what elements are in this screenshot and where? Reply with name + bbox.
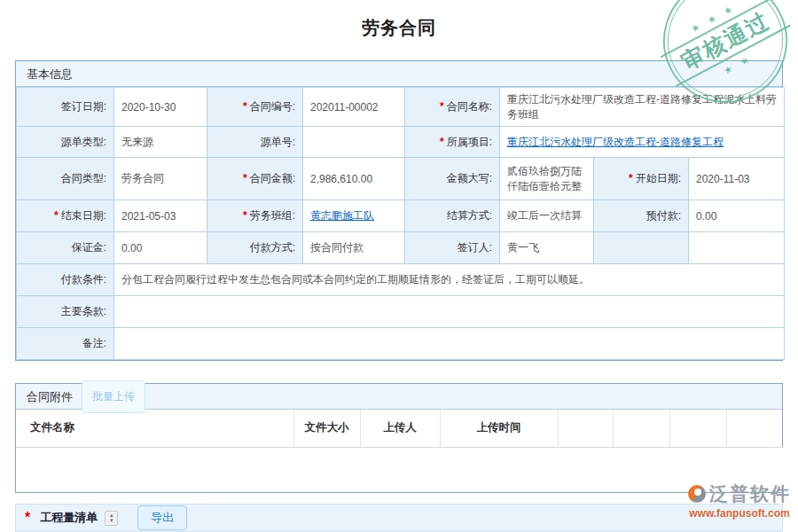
field-labor-team-label: *劳务班组: [207,200,303,232]
basic-info-section-title: 基本信息 [27,61,73,87]
boq-section-bar: * 工程量清单 ▲ ▼ 导出 [15,504,783,532]
field-remark-value [114,328,785,360]
col-empty [726,410,784,447]
field-payment-terms-value: 分包工程合同履行过程中发生总包合同或本合同约定的工期顺延情形的，经签证后，工期可… [114,264,785,296]
boq-section-title: 工程量清单 [40,510,98,526]
field-end-date-label: *结束日期: [17,200,114,232]
field-contract-no-value: 202011-00002 [303,88,405,127]
project-link[interactable]: 重庆江北污水处理厂级改造工程-道路修复工程 [507,136,724,148]
brand-url: www.fanpusoft.com [688,507,791,520]
field-project-label: *所属项目: [405,127,500,158]
attachments-empty-body [16,447,784,491]
basic-info-table: 签订日期: 2020-10-30 *合同编号: 202011-00002 *合同… [16,87,785,360]
sort-toggle[interactable]: ▲ ▼ [105,511,118,526]
attachments-empty-row [16,447,784,491]
labor-team-link[interactable]: 黄志鹏施工队 [310,209,374,222]
field-start-date-value: 2020-11-03 [689,158,785,200]
field-payment-method-label: 付款方式: [207,232,303,264]
col-empty [669,410,726,447]
required-mark: * [243,209,247,222]
field-remark-label: 备注: [17,328,114,360]
table-row: 主要条款: [17,296,785,328]
attachments-header-row: 文件名称 文件大小 上传人 上传时间 [16,410,784,447]
field-amount-words-value: 贰佰玖拾捌万陆仟陆佰壹拾元整 [500,158,594,200]
field-payment-terms-label: 付款条件: [17,264,114,296]
page-title: 劳务合同 [0,16,798,40]
field-source-type-label: 源单类型: [17,127,114,158]
table-row: 保证金: 0.00 付款方式: 按合同付款 签订人: 黄一飞 [17,232,785,264]
col-file-name: 文件名称 [16,410,293,447]
col-empty [613,410,669,447]
field-source-type-value: 无来源 [114,127,207,158]
attachments-section-header: 合同附件 批量上传 [16,384,782,410]
table-row: 源单类型: 无来源 源单号: *所属项目: 重庆江北污水处理厂级改造工程-道路修… [17,127,785,158]
col-uploader: 上传人 [360,410,440,447]
field-payment-method-value: 按合同付款 [303,232,405,264]
fanpu-logo-icon [688,485,706,503]
field-source-no-label: 源单号: [207,127,303,158]
brand-logo-text: 泛普软件 [709,481,791,506]
basic-info-section-header: 基本信息 [16,61,782,87]
attachments-section-title: 合同附件 [27,384,73,410]
table-row: 合同类型: 劳务合同 *合同金额: 2,986,610.00 金额大写: 贰佰玖… [17,158,785,200]
table-row: 签订日期: 2020-10-30 *合同编号: 202011-00002 *合同… [17,88,785,127]
field-sign-date-value: 2020-10-30 [114,88,207,127]
field-contract-type-value: 劳务合同 [114,158,207,200]
empty-label-cell [594,232,689,264]
field-project-value: 重庆江北污水处理厂级改造工程-道路修复工程 [500,127,785,158]
field-end-date-value: 2021-05-03 [114,200,207,232]
export-button[interactable]: 导出 [137,505,187,530]
attachments-table: 文件名称 文件大小 上传人 上传时间 [16,410,784,491]
field-prepayment-value: 0.00 [689,200,785,232]
required-mark: * [440,136,444,148]
table-row: 备注: [17,328,785,360]
field-settlement-value: 竣工后一次结算 [500,200,594,232]
sort-down-icon: ▼ [109,518,114,523]
field-start-date-label: *开始日期: [594,158,689,200]
field-contract-amount-value: 2,986,610.00 [303,158,405,200]
field-contract-type-label: 合同类型: [17,158,114,200]
required-mark: * [440,100,444,113]
brand-watermark: 泛普软件 www.fanpusoft.com [688,481,791,520]
field-main-clauses-label: 主要条款: [17,296,114,328]
field-settlement-label: 结算方式: [405,200,500,232]
field-source-no-value [303,127,405,158]
batch-upload-button[interactable]: 批量上传 [82,380,145,413]
field-signer-value: 黄一飞 [500,232,594,264]
basic-info-panel: 基本信息 签订日期: 2020-10-30 *合同编号: 202011-0000… [15,60,783,361]
field-amount-words-label: 金额大写: [405,158,500,200]
col-empty [558,410,613,447]
col-file-size: 文件大小 [293,410,360,447]
required-mark: * [629,172,633,184]
field-contract-amount-label: *合同金额: [207,158,303,200]
attachments-panel: 合同附件 批量上传 文件名称 文件大小 上传人 上传时间 [15,383,783,493]
field-contract-name-value: 重庆江北污水处理厂级改造工程-道路修复工程泥水上料劳务班组 [500,88,785,127]
field-contract-name-label: *合同名称: [405,88,500,127]
field-sign-date-label: 签订日期: [17,88,114,127]
field-main-clauses-value [114,296,785,328]
required-mark: * [25,510,30,526]
required-mark: * [54,209,59,222]
field-signer-label: 签订人: [405,232,500,264]
field-labor-team-value: 黄志鹏施工队 [303,200,405,232]
empty-value-cell [689,232,785,264]
table-row: *结束日期: 2021-05-03 *劳务班组: 黄志鹏施工队 结算方式: 竣工… [17,200,785,232]
field-deposit-label: 保证金: [17,232,114,264]
table-row: 付款条件: 分包工程合同履行过程中发生总包合同或本合同约定的工期顺延情形的，经签… [17,264,785,296]
col-upload-time: 上传时间 [440,410,558,447]
field-contract-no-label: *合同编号: [207,88,303,127]
field-prepayment-label: 预付款: [594,200,689,232]
required-mark: * [243,172,247,184]
required-mark: * [243,100,247,113]
field-deposit-value: 0.00 [114,232,207,264]
